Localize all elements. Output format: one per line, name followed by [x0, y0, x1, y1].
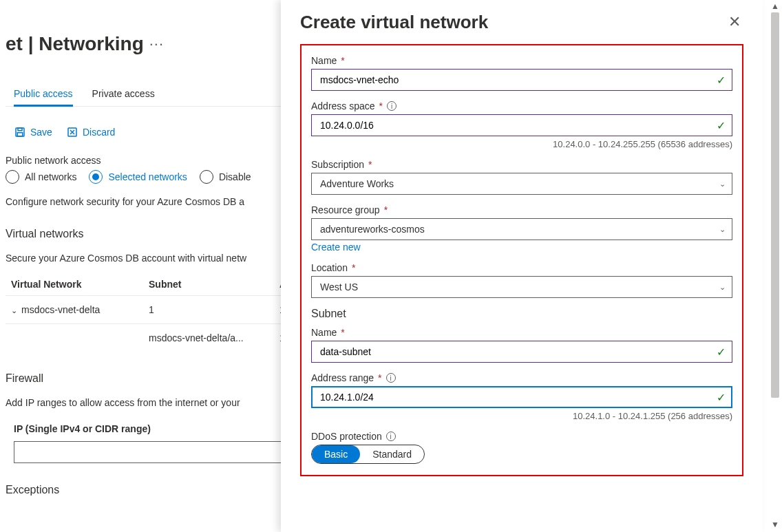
ddos-standard[interactable]: Standard [360, 445, 424, 463]
create-vnet-panel: Create virtual network ✕ Name* ✓ Address… [281, 0, 763, 532]
ddos-toggle[interactable]: Basic Standard [311, 445, 425, 464]
close-icon[interactable]: ✕ [726, 10, 743, 34]
subnet-heading: Subnet [311, 308, 732, 320]
discard-icon [66, 126, 78, 138]
scroll-down-icon[interactable]: ▼ [769, 518, 781, 531]
name-label: Name [311, 55, 337, 66]
tab-public-access[interactable]: Public access [14, 88, 73, 106]
ip-input[interactable] [14, 441, 303, 463]
check-icon: ✓ [717, 74, 726, 87]
rg-label: Resource group [311, 204, 380, 215]
subscription-select[interactable]: Adventure Works [311, 173, 732, 195]
scrollbar[interactable]: ▲ ▼ [768, 0, 782, 532]
range-label: Address range [311, 372, 374, 383]
more-icon[interactable]: ··· [149, 35, 164, 53]
check-icon: ✓ [717, 391, 726, 404]
info-icon[interactable]: i [386, 432, 396, 441]
create-new-link[interactable]: Create new [311, 242, 361, 253]
chevron-down-icon: ⌄ [719, 180, 726, 189]
radio-selected-networks[interactable]: Selected networks [89, 170, 187, 184]
location-select[interactable]: West US [311, 276, 732, 298]
ddos-label: DDoS protection [311, 431, 382, 442]
svg-rect-2 [17, 133, 23, 136]
page-title: et | Networking [6, 33, 144, 55]
save-icon [14, 126, 26, 138]
info-icon[interactable]: i [386, 373, 396, 383]
range-hint: 10.24.1.0 - 10.24.1.255 (256 addresses) [311, 411, 732, 421]
subnet-name-input[interactable] [311, 341, 732, 363]
svg-rect-1 [18, 128, 22, 131]
tab-private-access[interactable]: Private access [92, 88, 155, 106]
check-icon: ✓ [717, 345, 726, 359]
col-subnet: Subnet [143, 279, 274, 290]
chevron-down-icon: ⌄ [11, 306, 17, 315]
scroll-thumb[interactable] [771, 12, 779, 398]
sub-label: Subscription [311, 159, 364, 170]
addr-hint: 10.24.0.0 - 10.24.255.255 (65536 address… [311, 139, 732, 149]
ddos-basic[interactable]: Basic [312, 445, 360, 463]
addr-label: Address space [311, 100, 375, 111]
radio-all-networks[interactable]: All networks [6, 170, 76, 184]
subnet-name-label: Name [311, 327, 337, 338]
discard-button[interactable]: Discard [66, 126, 115, 138]
save-button[interactable]: Save [14, 126, 52, 138]
radio-disable[interactable]: Disable [200, 170, 251, 184]
col-virtual-network: Virtual Network [6, 279, 143, 290]
loc-label: Location [311, 262, 348, 273]
panel-title: Create virtual network [300, 12, 488, 33]
scroll-up-icon[interactable]: ▲ [769, 0, 781, 12]
info-icon[interactable]: i [387, 101, 397, 111]
resource-group-select[interactable]: adventureworks-cosmos [311, 218, 732, 240]
chevron-down-icon: ⌄ [719, 225, 726, 234]
chevron-down-icon: ⌄ [719, 283, 726, 292]
addr-input[interactable] [311, 114, 732, 136]
save-label: Save [30, 127, 52, 138]
discard-label: Discard [83, 127, 115, 138]
check-icon: ✓ [717, 119, 726, 132]
range-input[interactable] [311, 386, 732, 408]
name-input[interactable] [311, 69, 732, 91]
